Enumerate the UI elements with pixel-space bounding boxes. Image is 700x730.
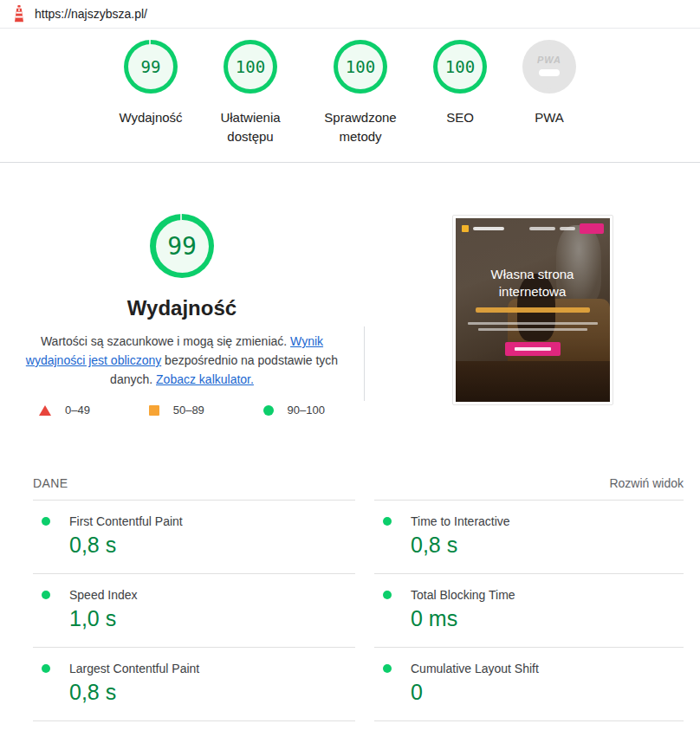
metric-value: 0 (411, 680, 684, 705)
metric-value: 0,8 s (69, 680, 355, 705)
pwa-badge-text: PWA (537, 55, 561, 65)
thumbnail-subtitle-bar (476, 307, 590, 313)
metric-total-blocking-time: Total Blocking Time 0 ms (374, 573, 684, 647)
thumbnail-logo-icon (462, 225, 469, 232)
metric-value: 0 ms (411, 606, 684, 631)
thumbnail-nav-link-bar (529, 227, 555, 230)
calculator-link[interactable]: Zobacz kalkulator. (156, 372, 254, 386)
pwa-dash-icon (539, 69, 560, 76)
fail-triangle-icon (39, 405, 51, 416)
score-best-practices[interactable]: 100 Sprawdzone metody (312, 40, 409, 146)
metric-name: Total Blocking Time (411, 588, 515, 602)
legend-range: 90–100 (288, 404, 325, 417)
metrics-section: DANE Rozwiń widok First Contentful Paint… (33, 476, 684, 721)
legend-pass: 90–100 (263, 404, 325, 417)
best-practices-gauge-icon: 100 (334, 40, 387, 94)
metric-time-to-interactive: Time to Interactive 0,8 s (374, 500, 684, 573)
thumbnail-text-bar (478, 328, 587, 331)
metric-name: Speed Index (69, 588, 138, 602)
metric-largest-contentful-paint: Largest Contentful Paint 0,8 s (33, 647, 355, 721)
url-bar: https://najszybsza.pl/ (0, 0, 700, 29)
best-practices-score: 100 (346, 57, 375, 76)
metric-value: 1,0 s (69, 606, 355, 631)
score-performance[interactable]: 99 Wydajność (113, 40, 189, 146)
legend-fail: 0–49 (39, 404, 90, 417)
metric-value: 0,8 s (411, 533, 684, 558)
thumbnail-nav-button (580, 223, 604, 234)
metric-pass-dot-icon (42, 591, 50, 599)
section-title: Wydajność (127, 296, 237, 320)
scores-header: 99 Wydajność 100 Ułatwienia dostępu 100 … (0, 29, 700, 163)
accessibility-gauge-icon: 100 (224, 40, 277, 94)
thumbnail-navbar (456, 218, 610, 239)
page-screenshot-thumbnail: Własna strona internetowa (452, 215, 613, 405)
metric-cumulative-layout-shift: Cumulative Layout Shift 0 (374, 647, 684, 721)
metric-pass-dot-icon (42, 664, 50, 673)
metric-name: Time to Interactive (411, 514, 510, 528)
metric-first-contentful-paint: First Contentful Paint 0,8 s (33, 500, 355, 573)
score-legend: 0–49 50–89 90–100 (39, 404, 325, 417)
expand-view-button[interactable]: Rozwiń widok (609, 476, 684, 490)
thumbnail-cta-button (505, 342, 561, 356)
metric-name: Cumulative Layout Shift (411, 662, 539, 675)
performance-score: 99 (141, 57, 161, 76)
pass-circle-icon (263, 405, 274, 416)
pwa-badge-icon: PWA (522, 40, 576, 94)
score-label: Ułatwienia dostępu (202, 108, 299, 146)
metric-pass-dot-icon (383, 591, 392, 599)
lighthouse-icon (10, 4, 28, 23)
seo-gauge-icon: 100 (433, 40, 487, 94)
metrics-header: DANE (33, 476, 68, 490)
performance-main-gauge-icon: 99 (150, 214, 214, 278)
thumbnail-text-bar (468, 322, 598, 325)
metric-name: Largest Contentful Paint (69, 662, 199, 675)
summary-description: Wartości są szacunkowe i mogą się zmieni… (24, 332, 340, 389)
metric-value: 0,8 s (69, 533, 355, 558)
score-label: Sprawdzone metody (312, 108, 409, 146)
legend-range: 0–49 (65, 404, 90, 417)
performance-gauge-icon: 99 (124, 40, 178, 94)
metric-name: First Contentful Paint (69, 514, 183, 528)
description-text: Wartości są szacunkowe i mogą się zmieni… (41, 334, 290, 348)
score-label: SEO (446, 108, 474, 127)
performance-summary: 99 Wydajność Wartości są szacunkowe i mo… (0, 163, 700, 417)
score-label: PWA (535, 108, 564, 127)
metric-speed-index: Speed Index 1,0 s (33, 573, 355, 647)
accessibility-score: 100 (236, 57, 265, 76)
page-url: https://najszybsza.pl/ (35, 7, 147, 21)
metric-pass-dot-icon (42, 517, 50, 526)
seo-score: 100 (445, 57, 475, 76)
score-pwa[interactable]: PWA PWA (511, 40, 587, 146)
metric-pass-dot-icon (383, 517, 392, 526)
score-accessibility[interactable]: 100 Ułatwienia dostępu (202, 40, 299, 146)
legend-average: 50–89 (149, 404, 204, 417)
performance-main-score: 99 (167, 232, 197, 261)
thumbnail-logo-text-bar (473, 227, 504, 230)
legend-range: 50–89 (173, 404, 204, 417)
metric-pass-dot-icon (383, 664, 392, 673)
average-square-icon (149, 405, 159, 416)
thumbnail-heading: Własna strona internetowa (472, 266, 593, 300)
thumbnail-nav-link-bar (560, 227, 575, 230)
score-label: Wydajność (119, 108, 182, 127)
score-seo[interactable]: 100 SEO (422, 40, 498, 146)
